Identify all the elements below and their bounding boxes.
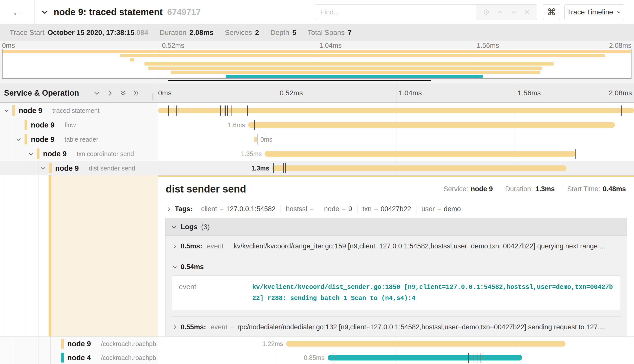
- span-bar[interactable]: [272, 165, 566, 171]
- span-row[interactable]: node 4/cockroach.roachpb.l...0.85ms: [0, 351, 634, 364]
- log-tick: [621, 105, 622, 116]
- indent-guide: [2, 118, 2, 132]
- span-bar[interactable]: [248, 122, 615, 128]
- logs-toggle[interactable]: Logs (3): [165, 218, 627, 236]
- tags-title: Tags:: [175, 205, 193, 213]
- minimap-viewport[interactable]: [2, 49, 631, 79]
- span-row-name-cell[interactable]: node 9/cockroach.roachpb.l...: [0, 337, 158, 351]
- span-detail-card: dist sender send Service:node 9 Duration…: [158, 175, 634, 336]
- keyboard-shortcuts-button[interactable]: ⌘: [543, 4, 560, 20]
- expand-one-chevron-right-icon[interactable]: [106, 89, 114, 97]
- span-row-timeline-cell[interactable]: 0ms: [158, 132, 634, 146]
- prev-result-chevron-up-icon[interactable]: [496, 8, 504, 16]
- log-field-value: kv/kvclient/kvcoord/range_iter.go:159 [n…: [234, 242, 605, 250]
- span-row-timeline-cell[interactable]: 0.85ms: [158, 351, 634, 364]
- log-tick: [222, 105, 222, 116]
- span-duration-label: 1.22ms: [262, 340, 283, 347]
- expand-all-double-chevron-right-icon[interactable]: [133, 89, 140, 97]
- chevron-down-icon[interactable]: [28, 151, 34, 157]
- chevron-right-icon: [172, 244, 178, 249]
- service-color-chip: [61, 339, 64, 349]
- operation-name: /cockroach.roachpb.l...: [101, 354, 158, 361]
- log-tick: [225, 105, 226, 116]
- span-row-name-cell[interactable]: node 9table reader: [0, 132, 158, 146]
- equals-sign: =: [437, 205, 441, 213]
- operation-name: txn coordinator send: [77, 150, 134, 157]
- axis-tick-label: 0ms: [158, 89, 172, 97]
- span-bar[interactable]: [328, 355, 522, 360]
- indent-guide: [38, 175, 38, 336]
- tag-item: hostssl=: [281, 205, 319, 213]
- log-fields-table: event kv/kvclient/kvcoord/dist_sender.go…: [172, 275, 620, 310]
- log-entry-toggle[interactable]: 0.54ms: [172, 262, 620, 275]
- span-duration-label: Duration:: [505, 185, 533, 193]
- tag-key: node: [324, 205, 339, 213]
- span-duration-label: 0ms: [260, 136, 272, 143]
- span-bar[interactable]: [158, 108, 634, 113]
- log-tick: [220, 105, 221, 116]
- span-row-name-cell[interactable]: node 9traced statement: [0, 103, 158, 118]
- collapse-one-chevron-down-icon[interactable]: [93, 89, 101, 97]
- span-row[interactable]: node 9txn coordinator send1.35ms: [0, 146, 634, 161]
- span-bar[interactable]: [286, 341, 565, 347]
- axis-tick-label: 0.52ms: [162, 42, 184, 50]
- span-bar[interactable]: [265, 151, 575, 157]
- log-entry[interactable]: 0.5ms: event = kv/kvclient/kvcoord/range…: [172, 236, 621, 257]
- span-row-timeline-cell[interactable]: 1.22ms: [158, 337, 634, 351]
- axis-tick-label: 1.56ms: [477, 42, 499, 50]
- span-row-name-cell[interactable]: node 9txn coordinator send: [0, 146, 158, 161]
- service-operation-header: Service & Operation: [0, 83, 158, 102]
- equals-sign: =: [342, 205, 346, 213]
- log-tick: [254, 120, 255, 130]
- panel-resizer-handle[interactable]: [152, 93, 154, 100]
- span-start-label: Start Time:: [567, 185, 600, 193]
- log-tick: [231, 105, 231, 116]
- span-row[interactable]: node 9traced statement: [0, 103, 634, 118]
- chevron-down-icon[interactable]: [40, 165, 46, 172]
- next-result-chevron-down-icon[interactable]: [510, 8, 517, 16]
- log-tick: [227, 105, 228, 116]
- axis-tick-label: 1.04ms: [399, 89, 422, 97]
- chevron-down-icon[interactable]: [3, 107, 10, 114]
- service-color-chip: [12, 105, 15, 116]
- collapse-trace-chevron-down-icon[interactable]: [40, 8, 49, 16]
- collapse-all-double-chevron-down-icon[interactable]: [119, 89, 127, 97]
- span-row[interactable]: node 9dist sender send1.3ms: [0, 161, 634, 175]
- span-row[interactable]: node 9flow1.6ms: [0, 118, 634, 132]
- span-row-timeline-cell[interactable]: [158, 103, 634, 118]
- span-row-name-cell[interactable]: node 4/cockroach.roachpb.l...: [0, 351, 158, 364]
- span-row-timeline-cell[interactable]: 1.3ms: [158, 161, 634, 175]
- span-bar[interactable]: [254, 137, 257, 142]
- logs-title: Logs: [181, 223, 198, 231]
- service-name: node 9: [31, 121, 54, 129]
- span-row-timeline-cell[interactable]: 1.6ms: [158, 118, 634, 132]
- service-name: node 9: [43, 149, 67, 158]
- locate-icon[interactable]: [482, 8, 490, 16]
- span-row-name-cell[interactable]: node 9flow: [0, 118, 158, 132]
- log-field-key: event: [179, 282, 252, 304]
- chevron-down-icon[interactable]: [15, 136, 22, 143]
- horizontal-scrollbar[interactable]: [168, 80, 431, 81]
- log-tick: [179, 105, 179, 116]
- minimap-span-bar: [226, 75, 483, 78]
- log-tick: [283, 163, 284, 173]
- span-row-name-cell[interactable]: node 9dist sender send: [0, 161, 158, 175]
- tag-value: demo: [444, 205, 461, 213]
- log-entry[interactable]: 0.55ms: event = rpc/nodedialer/nodediale…: [172, 317, 621, 337]
- grid-line: [277, 351, 277, 364]
- span-row[interactable]: node 9/cockroach.roachpb.l...1.22ms: [0, 337, 634, 351]
- selected-span-color-bar: [49, 175, 51, 336]
- axis-tick-label: 0.52ms: [280, 89, 303, 97]
- back-button[interactable]: ←: [0, 0, 35, 24]
- trace-services: Services 2: [219, 28, 265, 37]
- tags-toggle[interactable]: Tags: client=127.0.0.1:54582hostssl=node…: [165, 200, 627, 218]
- tag-key: txn: [363, 205, 372, 213]
- clear-search-close-icon[interactable]: [523, 8, 531, 16]
- span-row[interactable]: node 9table reader0ms: [0, 132, 634, 146]
- span-row-timeline-cell[interactable]: 1.35ms: [158, 146, 634, 161]
- search-input[interactable]: [315, 5, 476, 20]
- minimap-span-bar: [144, 62, 554, 66]
- service-operation-title: Service & Operation: [4, 89, 79, 98]
- view-selector-button[interactable]: Trace Timeline: [564, 4, 624, 20]
- indent-guide: [50, 351, 51, 364]
